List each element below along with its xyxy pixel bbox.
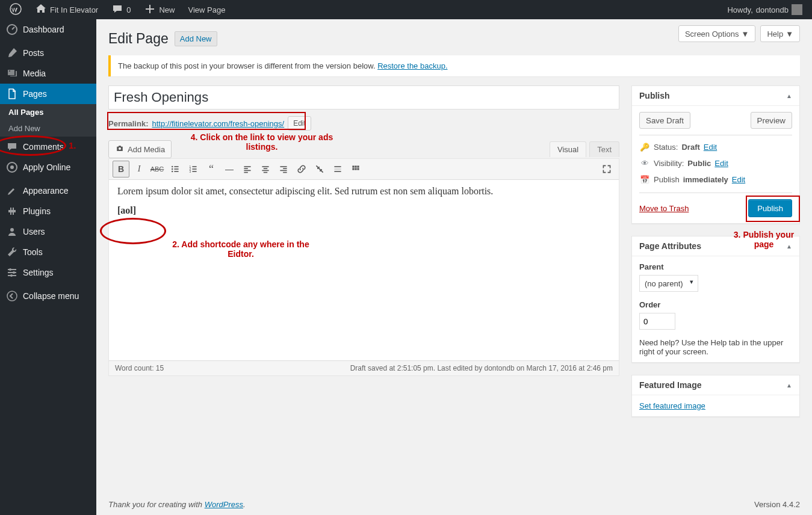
comments-count: 0 xyxy=(126,5,131,14)
new-label: New xyxy=(159,5,175,14)
admin-bar-right: Howdy, dontondb xyxy=(722,0,807,19)
avatar-icon xyxy=(792,4,802,15)
comment-icon xyxy=(111,3,123,17)
home-icon xyxy=(35,3,47,17)
plus-icon xyxy=(144,3,156,17)
comments-link[interactable]: 0 xyxy=(107,0,135,19)
wp-logo-icon xyxy=(10,3,22,17)
howdy-prefix: Howdy, xyxy=(727,5,752,14)
new-content-link[interactable]: New xyxy=(139,0,179,19)
user-name: dontondb xyxy=(756,5,789,14)
wp-logo-menu[interactable] xyxy=(5,0,26,19)
site-name-link[interactable]: Fit In Elevator xyxy=(30,0,103,19)
svg-point-0 xyxy=(10,4,21,14)
admin-bar: Fit In Elevator 0 New View Page Howdy, d… xyxy=(0,0,812,19)
admin-bar-left: Fit In Elevator 0 New View Page xyxy=(5,0,230,19)
my-account-link[interactable]: Howdy, dontondb xyxy=(722,0,807,19)
site-name-text: Fit In Elevator xyxy=(50,5,98,14)
view-page-text: View Page xyxy=(188,5,225,14)
view-page-link[interactable]: View Page xyxy=(183,0,230,19)
